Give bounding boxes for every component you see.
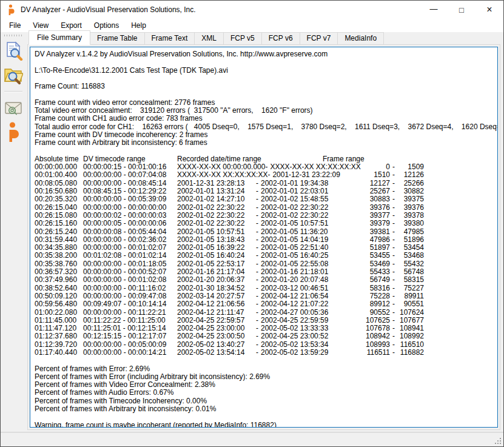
cell-frame-start: 39379 (353, 220, 390, 227)
menu-help[interactable]: Help (125, 19, 152, 32)
table-row: 00:26:15.160 00:00:00:05 - 00:00:00:06 2… (35, 220, 495, 227)
toolbar-grip[interactable] (4, 35, 22, 36)
cell-frame-start: 47986 (353, 236, 390, 244)
cell-absolute-time: 01:12:37.680 (35, 332, 83, 340)
cell-frame-end: 58315 (397, 276, 424, 284)
table-row: 01:12:37.680 00:12:15:15 - 00:12:17:07 2… (35, 332, 495, 340)
menu-file[interactable]: File (3, 19, 27, 32)
table-row: 00:26:15.040 00:00:00:00 - 00:00:00:00 2… (35, 204, 495, 212)
cell-frame-start: 0 (353, 163, 390, 171)
cell-frame-end: 30882 (397, 187, 424, 195)
cell-recorded-range: 2002-01-05 16:39:22-2002-01-05 22:51:40 (177, 244, 353, 252)
table-row: 00:37:49.960 00:00:00:00 - 00:01:02:08 2… (35, 276, 495, 284)
table-row: 00:08:05.080 00:00:00:00 - 00:08:45:14 2… (35, 180, 495, 187)
table-row: 01:00:22.080 00:00:00:00 - 00:11:22:21 2… (35, 309, 495, 317)
menu-options[interactable]: Options (88, 19, 125, 32)
table-row: 00:16:50.680 00:08:45:15 - 00:12:29:22 2… (35, 187, 495, 195)
cell-frame-start: 116511 (353, 349, 390, 357)
tab-xml[interactable]: XML (194, 32, 224, 45)
cell-dv-timecode-range: 00:00:00:00 - 00:09:47:08 (83, 292, 177, 300)
cell-frame-start: 55433 (353, 268, 390, 276)
cell-absolute-time: 00:35:38.760 (35, 260, 83, 268)
error-summary-line: Frame count with CH1 audio error code: 7… (35, 115, 495, 123)
cell-absolute-time: 00:35:38.200 (35, 252, 83, 260)
tab-frame-table[interactable]: Frame Table (90, 32, 144, 45)
table-header-row: Absolute time DV timecode range Recorded… (35, 155, 495, 163)
cell-absolute-time: 00:00:00.000 (35, 163, 83, 171)
cell-recorded-range: 2002-03-14 20:27:57-2002-04-12 21:06:54 (177, 292, 353, 300)
cell-absolute-time: 00:50:09.120 (35, 292, 83, 300)
cell-dv-timecode-range: 00:00:00:00 - 00:00:52:07 (83, 268, 177, 276)
cell-absolute-time: 00:38:52.640 (35, 284, 83, 292)
cell-frame-end: 55432 (397, 260, 424, 268)
cell-dv-timecode-range: 00:00:00:00 - 00:08:45:14 (83, 180, 177, 187)
tab-mediainfo[interactable]: MediaInfo (337, 32, 384, 45)
cell-dv-timecode-range: 00:00:00:00 - 00:11:16:02 (83, 284, 177, 292)
cell-dv-timecode-range: 00:00:00:08 - 00:05:44:04 (83, 228, 177, 236)
tab-fcp-v5[interactable]: FCP v5 (223, 32, 262, 45)
cell-absolute-time: 00:31:59.440 (35, 236, 83, 244)
cell-frame-start: 75228 (353, 292, 390, 300)
folder-magnifier-icon (4, 66, 23, 85)
blank-line (35, 90, 495, 98)
cell-frame-start: 51897 (353, 244, 390, 252)
cell-frame-end: 107624 (397, 309, 424, 317)
cell-absolute-time: 00:26:15.240 (35, 228, 83, 236)
cell-frame-end: 53454 (397, 244, 424, 252)
cell-recorded-range: 2002-01-02 22:30:22-2002-01-02 22:30:22 (177, 212, 353, 220)
cell-frame-start: 89912 (353, 300, 390, 308)
tab-page: DV Analyzer v.1.4.2 by AudioVisual Prese… (27, 44, 500, 430)
tab-file-summary[interactable]: File Summary (29, 30, 90, 45)
cell-dv-timecode-range: 00:00:00:00 - 00:05:39:09 (83, 195, 177, 203)
maximize-button[interactable]: □ (448, 1, 475, 19)
cell-absolute-time: 00:01:00.400 (35, 171, 83, 179)
avpreserve-logo-button[interactable] (2, 120, 25, 144)
titlebar[interactable]: DV Analyzer - AudioVisual Preservation S… (1, 1, 503, 19)
cell-recorded-range: 2002-05-02 13:54:14-2002-05-02 13:59:29 (177, 349, 353, 357)
cell-recorded-range: 2002-04-25 23:00:00-2002-05-02 13:33:33 (177, 324, 353, 332)
cell-frame-end: 47985 (397, 228, 424, 236)
table-row: 00:36:57.320 00:00:00:00 - 00:00:52:07 2… (35, 268, 495, 276)
warning-line: Warning, frame count is maybe incoherant… (35, 422, 495, 428)
cell-dv-timecode-range: 00:01:02:08 - 00:01:02:14 (83, 252, 177, 260)
cell-dv-timecode-range: 00:00:00:02 - 00:00:00:03 (83, 212, 177, 220)
analyze-file-button[interactable] (2, 39, 25, 63)
report-text-area[interactable]: DV Analyzer v.1.4.2 by AudioVisual Prese… (30, 47, 498, 428)
table-row: 00:35:38.760 00:00:00:00 - 00:01:18:05 2… (35, 260, 495, 268)
toolbar (1, 32, 26, 432)
cell-dv-timecode-range: 00:00:00:00 - 00:00:00:00 (83, 204, 177, 212)
blank-line (35, 413, 495, 421)
cell-recorded-range: XXXX-XX-XX XX:XX:XX:XX-2001-12-31 23:22:… (177, 171, 353, 179)
cell-recorded-range: 2002-01-02 22:30:22-2002-01-05 10:57:51 (177, 220, 353, 227)
cell-frame-end: 25266 (397, 180, 424, 187)
tab-fcp-v6[interactable]: FCP v6 (261, 32, 300, 45)
cell-frame-start: 58316 (353, 284, 390, 292)
table-row: 00:01:00.400 00:00:00:00 - 00:07:04:08 X… (35, 171, 495, 179)
avpreserve-logo-icon[interactable] (6, 4, 16, 15)
tab-fcp-v7[interactable]: FCP v7 (300, 32, 338, 45)
cell-recorded-range: 2002-04-12 21:06:56-2002-04-12 21:07:22 (177, 300, 353, 308)
cell-frame-start: 90552 (353, 309, 390, 317)
error-summary-line: Total video error concealment: 319120 er… (35, 107, 495, 115)
analyze-folder-button[interactable] (2, 63, 25, 87)
blank-line (35, 58, 495, 66)
percent-line: Percent of frames with Arbitrary bit inc… (35, 405, 495, 413)
tab-frame-text[interactable]: Frame Text (144, 32, 195, 45)
percent-line: Percent of frames with Audio Errors: 0.6… (35, 389, 495, 397)
cell-recorded-range: 2002-01-02 22:30:22-2002-01-02 22:30:22 (177, 204, 353, 212)
resize-grip-icon[interactable] (494, 437, 501, 444)
cell-absolute-time: 00:37:49.960 (35, 276, 83, 284)
tab-strip: File Summary Frame Table Frame Text XML … (27, 32, 500, 45)
cell-recorded-range: 2001-12-31 23:28:13-2002-01-01 19:34:38 (177, 180, 353, 187)
cell-frame-end: 39378 (397, 212, 424, 220)
cell-dv-timecode-range: 00:08:45:15 - 00:12:29:22 (83, 187, 177, 195)
email-feedback-button[interactable] (2, 96, 25, 120)
cell-frame-start: 12127 (353, 180, 390, 187)
cell-frame-start: 39376 (353, 204, 390, 212)
minimize-button[interactable]: — (420, 1, 448, 19)
cell-dv-timecode-range: 00:00:00:00 - 00:11:22:21 (83, 309, 177, 317)
close-button[interactable]: × (475, 1, 503, 19)
caption-buttons: — □ × (420, 1, 503, 19)
table-row: 01:17:40.440 00:00:00:00 - 00:00:14:21 2… (35, 349, 495, 357)
col-header-absolute-time: Absolute time (35, 155, 83, 163)
